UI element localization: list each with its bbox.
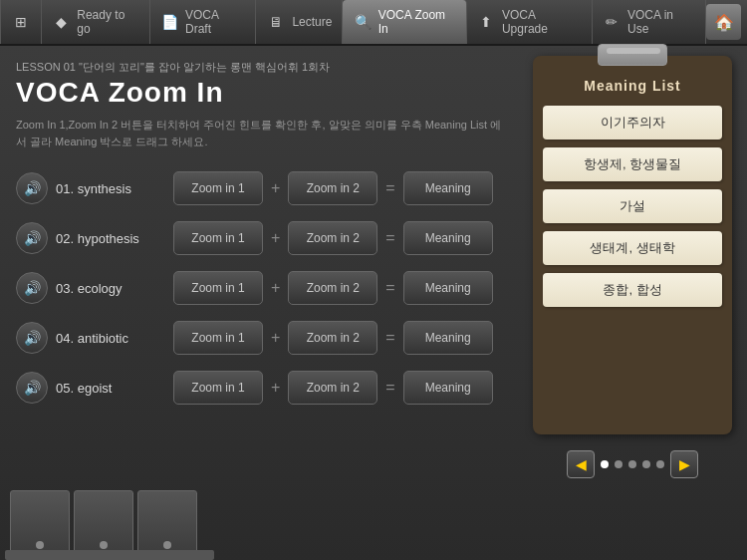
meaning-card-2[interactable]: 항생제, 항생물질 <box>543 147 722 181</box>
zoom-in-2-button-5[interactable]: Zoom in 2 <box>288 371 377 405</box>
nav-ready-to-go-label: Ready to go <box>77 8 138 36</box>
page-title: VOCA Zoom In <box>16 77 502 109</box>
meaning-button-5[interactable]: Meaning <box>403 371 493 405</box>
meaning-button-4[interactable]: Meaning <box>403 321 493 355</box>
sound-button-3[interactable]: 🔊 <box>16 272 48 304</box>
vocab-row: 🔊 05. egoist Zoom in 1 + Zoom in 2 = Mea… <box>16 367 502 409</box>
zoom-in-1-button-5[interactable]: Zoom in 1 <box>173 371 263 405</box>
vocab-row: 🔊 01. synthesis Zoom in 1 + Zoom in 2 = … <box>16 167 502 209</box>
zoom-in-1-button-2[interactable]: Zoom in 1 <box>173 221 263 255</box>
screen-icon: 🖥 <box>266 12 286 32</box>
vocab-list: 🔊 01. synthesis Zoom in 1 + Zoom in 2 = … <box>16 167 502 409</box>
plus-sign-2: + <box>271 229 280 247</box>
left-panel: LESSON 01 "단어의 꼬리"를 잡아 알기하는 롱맨 핵심어휘 1회차 … <box>0 46 518 560</box>
locker-area <box>10 480 209 560</box>
vocab-row: 🔊 03. ecology Zoom in 1 + Zoom in 2 = Me… <box>16 267 502 309</box>
search-icon: 🔍 <box>353 12 372 32</box>
nav-voca-draft-label: VOCA Draft <box>185 8 245 36</box>
nav-voca-draft[interactable]: 📄 VOCA Draft <box>150 0 257 44</box>
meaning-button-3[interactable]: Meaning <box>403 271 493 305</box>
eq-sign-4: = <box>385 329 394 347</box>
content-area: LESSON 01 "단어의 꼬리"를 잡아 알기하는 롱맨 핵심어휘 1회차 … <box>0 46 747 560</box>
nav-grid[interactable]: ⊞ <box>0 0 42 44</box>
zoom-in-2-button-4[interactable]: Zoom in 2 <box>288 321 377 355</box>
nav-voca-in-use-label: VOCA in Use <box>627 8 695 36</box>
vocab-name-3: 03. ecology <box>56 281 165 296</box>
meaning-card-4[interactable]: 생태계, 생태학 <box>543 231 722 265</box>
meaning-card-1[interactable]: 이기주의자 <box>543 106 722 140</box>
eq-sign-5: = <box>385 379 394 397</box>
zoom-in-2-button-2[interactable]: Zoom in 2 <box>288 221 377 255</box>
sound-button-5[interactable]: 🔊 <box>16 372 48 404</box>
page-description: Zoom In 1,Zoom In 2 버튼을 터치하여 주어진 힌트를 확인한… <box>16 117 502 149</box>
sound-button-4[interactable]: 🔊 <box>16 322 48 354</box>
meaning-button-2[interactable]: Meaning <box>403 221 493 255</box>
nav-lecture-label: Lecture <box>292 15 332 29</box>
page-dot-2[interactable] <box>615 460 622 468</box>
grid-icon: ⊞ <box>11 12 31 32</box>
upgrade-icon: ⬆ <box>477 12 496 32</box>
clipboard: Meaning List 이기주의자 항생제, 항생물질 가설 생태계, 생태학… <box>533 56 732 434</box>
zoom-in-2-button-1[interactable]: Zoom in 2 <box>288 171 377 205</box>
meaning-list-title: Meaning List <box>543 78 722 94</box>
meaning-card-5[interactable]: 종합, 합성 <box>543 273 722 307</box>
plus-sign-4: + <box>271 329 280 347</box>
page-dot-4[interactable] <box>642 460 650 468</box>
plus-sign-1: + <box>271 179 280 197</box>
lesson-label: LESSON 01 "단어의 꼬리"를 잡아 알기하는 롱맨 핵심어휘 1회차 <box>16 60 502 75</box>
home-icon: 🏠 <box>714 13 734 32</box>
vocab-name-5: 05. egoist <box>56 381 165 396</box>
page-dot-1[interactable] <box>601 460 609 468</box>
meaning-button-1[interactable]: Meaning <box>403 171 493 205</box>
next-page-button[interactable]: ▶ <box>670 450 698 478</box>
clipboard-clip <box>598 44 667 66</box>
meaning-card-3[interactable]: 가설 <box>543 189 722 223</box>
eq-sign-3: = <box>385 279 394 297</box>
zoom-in-1-button-4[interactable]: Zoom in 1 <box>173 321 263 355</box>
top-navigation: ⊞ ◆ Ready to go 📄 VOCA Draft 🖥 Lecture 🔍… <box>0 0 747 46</box>
sound-button-1[interactable]: 🔊 <box>16 172 48 204</box>
eq-sign-2: = <box>385 229 394 247</box>
vocab-row: 🔊 02. hypothesis Zoom in 1 + Zoom in 2 =… <box>16 217 502 259</box>
nav-voca-zoom-in-label: VOCA Zoom In <box>378 8 456 36</box>
nav-lecture[interactable]: 🖥 Lecture <box>256 0 343 44</box>
nav-ready-to-go[interactable]: ◆ Ready to go <box>42 0 150 44</box>
pencil-icon: ✏ <box>603 12 622 32</box>
plus-sign-3: + <box>271 279 280 297</box>
plus-sign-5: + <box>271 379 280 397</box>
pagination: ◀ ▶ <box>567 450 698 478</box>
locker-container <box>10 480 209 560</box>
nav-voca-upgrade[interactable]: ⬆ VOCA Upgrade <box>467 0 593 44</box>
vocab-name-1: 01. synthesis <box>56 181 165 196</box>
sound-button-2[interactable]: 🔊 <box>16 222 48 254</box>
right-panel: Meaning List 이기주의자 항생제, 항생물질 가설 생태계, 생태학… <box>518 46 747 560</box>
vocab-name-2: 02. hypothesis <box>56 231 165 246</box>
zoom-in-1-button-1[interactable]: Zoom in 1 <box>173 171 263 205</box>
nav-voca-zoom-in[interactable]: 🔍 VOCA Zoom In <box>343 0 466 44</box>
page-dot-5[interactable] <box>656 460 664 468</box>
page-dot-3[interactable] <box>628 460 636 468</box>
home-button[interactable]: 🏠 <box>706 4 741 40</box>
eq-sign-1: = <box>385 179 394 197</box>
vocab-row: 🔊 04. antibiotic Zoom in 1 + Zoom in 2 =… <box>16 317 502 359</box>
zoom-in-2-button-3[interactable]: Zoom in 2 <box>288 271 377 305</box>
vocab-name-4: 04. antibiotic <box>56 331 165 346</box>
prev-page-button[interactable]: ◀ <box>567 450 595 478</box>
locker-base <box>5 550 214 560</box>
diamond-icon: ◆ <box>52 12 71 32</box>
nav-voca-in-use[interactable]: ✏ VOCA in Use <box>593 0 706 44</box>
nav-voca-upgrade-label: VOCA Upgrade <box>502 8 582 36</box>
doc-icon: 📄 <box>160 12 179 32</box>
zoom-in-1-button-3[interactable]: Zoom in 1 <box>173 271 263 305</box>
